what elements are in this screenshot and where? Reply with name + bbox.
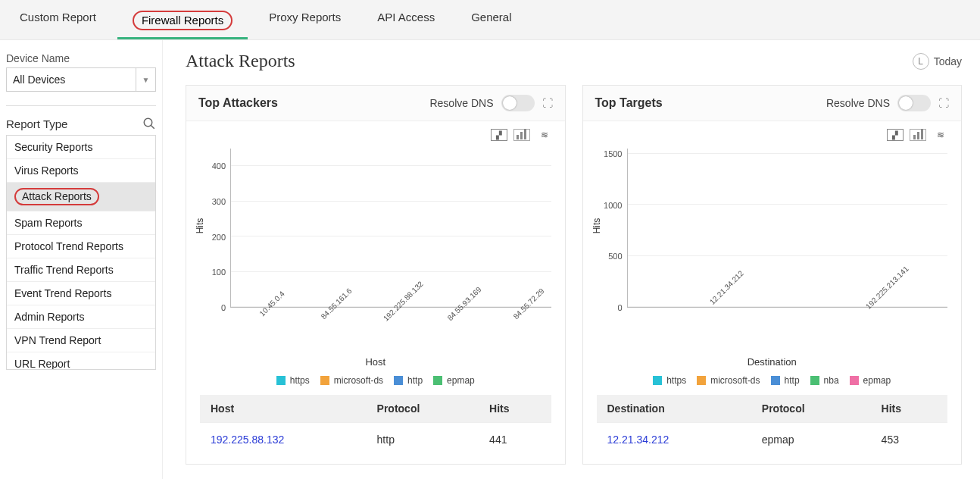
legend-swatch — [810, 376, 819, 385]
legend-label: https — [666, 375, 686, 386]
th-hits[interactable]: Hits — [479, 395, 551, 423]
legend-item[interactable]: nba — [810, 375, 839, 386]
report-type-list: Security Reports Virus Reports Attack Re… — [6, 135, 156, 370]
chevron-down-icon: ▼ — [136, 68, 155, 91]
legend-item[interactable]: epmap — [850, 375, 891, 386]
y-tick: 1500 — [604, 149, 622, 158]
main-content: Attack Reports L Today Top Attackers Res… — [163, 40, 980, 479]
tab-api-access[interactable]: API Access — [373, 5, 439, 39]
svg-point-0 — [144, 118, 152, 127]
legend-swatch — [850, 376, 859, 385]
cell-protocol: epmap — [751, 423, 871, 457]
legend-item[interactable]: https — [276, 375, 310, 386]
table-row[interactable]: 12.21.34.212 epmap 453 — [597, 423, 948, 457]
rt-item-spam[interactable]: Spam Reports — [7, 211, 155, 235]
legend-label: epmap — [863, 375, 891, 386]
rt-item-traffic[interactable]: Traffic Trend Reports — [7, 258, 155, 282]
tab-firewall-reports[interactable]: Firewall Reports — [128, 5, 237, 39]
th-hits[interactable]: Hits — [871, 395, 947, 423]
rt-item-virus[interactable]: Virus Reports — [7, 159, 155, 183]
search-icon[interactable] — [142, 117, 156, 130]
panel-top-targets: Top Targets Resolve DNS ⛶ ▞ ≋ Hits050010… — [582, 85, 963, 465]
y-axis-title: Hits — [591, 218, 602, 234]
rt-item-admin[interactable]: Admin Reports — [7, 305, 155, 329]
y-tick: 1000 — [604, 201, 622, 210]
panel-top-attackers: Top Attackers Resolve DNS ⛶ ▞ ≋ Hits0100… — [186, 85, 566, 465]
cell-host[interactable]: 192.225.88.132 — [200, 423, 367, 457]
legend-label: http — [407, 375, 423, 386]
rt-item-url[interactable]: URL Report — [7, 352, 155, 370]
divider — [6, 105, 156, 106]
legend-label: https — [290, 375, 310, 386]
resolve-dns-label: Resolve DNS — [826, 97, 890, 109]
page-title: Attack Reports — [186, 51, 295, 71]
legend-item[interactable]: http — [394, 375, 423, 386]
targets-table: Destination Protocol Hits 12.21.34.212 e… — [597, 395, 948, 456]
legend-label: microsoft-ds — [334, 375, 383, 386]
legend-item[interactable]: microsoft-ds — [697, 375, 760, 386]
chart-type-area-icon[interactable]: ▞ — [887, 129, 904, 141]
legend-swatch — [697, 376, 706, 385]
cell-destination[interactable]: 12.21.34.212 — [597, 423, 751, 457]
legend-item[interactable]: https — [653, 375, 686, 386]
svg-line-1 — [151, 125, 154, 129]
th-protocol[interactable]: Protocol — [367, 395, 479, 423]
th-protocol[interactable]: Protocol — [751, 395, 871, 423]
tab-proxy-reports[interactable]: Proxy Reports — [264, 5, 345, 39]
legend-item[interactable]: microsoft-ds — [320, 375, 383, 386]
expand-icon[interactable]: ⛶ — [542, 97, 553, 109]
rt-item-vpn[interactable]: VPN Trend Report — [7, 329, 155, 352]
y-tick: 200 — [212, 233, 226, 242]
chart-type-toolbar: ▞ ≋ — [186, 121, 565, 141]
y-tick: 400 — [212, 161, 226, 171]
legend-swatch — [653, 376, 662, 385]
sidebar: Device Name All Devices ▼ Report Type Se… — [0, 40, 163, 479]
attackers-table: Host Protocol Hits 192.225.88.132 http 4… — [200, 395, 551, 456]
y-tick: 500 — [608, 252, 622, 261]
device-name-label: Device Name — [6, 52, 156, 64]
th-host[interactable]: Host — [200, 395, 367, 423]
cell-hits: 453 — [871, 423, 947, 457]
th-destination[interactable]: Destination — [597, 395, 751, 423]
tab-custom-report[interactable]: Custom Report — [15, 5, 101, 39]
time-range-label: Today — [934, 55, 962, 67]
tab-general[interactable]: General — [467, 5, 516, 39]
legend-item[interactable]: epmap — [433, 375, 475, 386]
legend-label: http — [785, 375, 800, 386]
legend-swatch — [771, 376, 780, 385]
resolve-dns-toggle[interactable] — [897, 95, 931, 111]
rt-item-event[interactable]: Event Trend Reports — [7, 282, 155, 305]
rt-item-security[interactable]: Security Reports — [7, 136, 155, 159]
chart-type-bar-icon[interactable] — [910, 129, 926, 141]
report-type-label: Report Type — [6, 117, 67, 130]
legend: httpsmicrosoft-dshttpepmap — [200, 375, 551, 386]
rt-item-attack[interactable]: Attack Reports — [7, 183, 155, 211]
y-tick: 300 — [212, 197, 226, 206]
chart-type-stacked-icon[interactable]: ≋ — [932, 129, 949, 141]
y-axis-title: Hits — [195, 218, 205, 234]
top-tabs: Custom Report Firewall Reports Proxy Rep… — [0, 0, 980, 40]
legend-swatch — [320, 376, 329, 385]
chart-type-toolbar: ▞ ≋ — [583, 121, 962, 141]
chart-type-bar-icon[interactable] — [513, 129, 530, 141]
x-axis-title: Destination — [597, 356, 948, 368]
chart-type-area-icon[interactable]: ▞ — [491, 129, 507, 141]
y-tick: 0 — [221, 303, 226, 312]
chart-type-stacked-icon[interactable]: ≋ — [536, 129, 553, 141]
resolve-dns-toggle[interactable] — [501, 95, 535, 111]
rt-item-protocol[interactable]: Protocol Trend Reports — [7, 235, 155, 258]
device-select[interactable]: All Devices ▼ — [6, 67, 156, 92]
y-tick: 100 — [212, 268, 226, 277]
time-range-button[interactable]: L Today — [913, 53, 962, 70]
x-axis-title: Host — [200, 356, 551, 368]
cell-hits: 441 — [479, 423, 551, 457]
legend-swatch — [276, 376, 286, 385]
panel-title: Top Attackers — [198, 96, 278, 110]
legend-label: nba — [824, 375, 839, 386]
legend-item[interactable]: http — [771, 375, 800, 386]
legend-label: epmap — [447, 375, 475, 386]
table-row[interactable]: 192.225.88.132 http 441 — [200, 423, 551, 457]
legend: httpsmicrosoft-dshttpnbaepmap — [597, 375, 948, 386]
y-tick: 0 — [617, 303, 622, 312]
expand-icon[interactable]: ⛶ — [938, 97, 949, 109]
